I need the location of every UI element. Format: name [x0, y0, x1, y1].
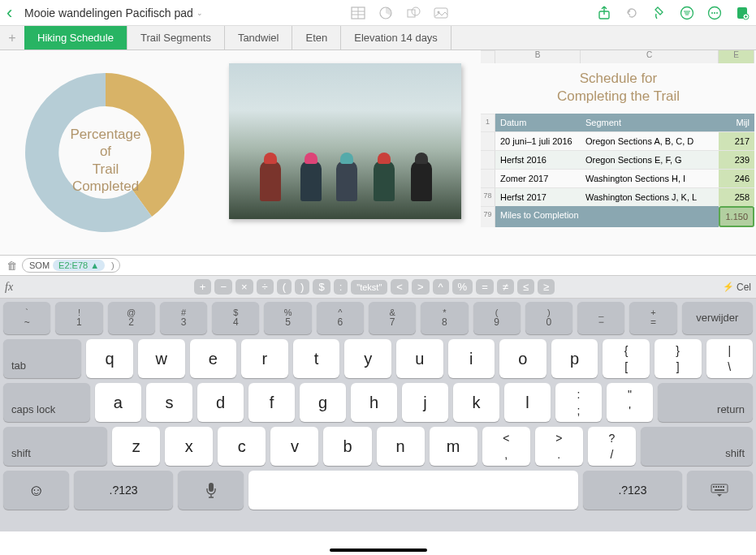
- key-,[interactable]: <,: [482, 427, 530, 466]
- key-shift-left[interactable]: shift: [3, 427, 107, 466]
- key-k[interactable]: k: [453, 383, 499, 422]
- key-t[interactable]: t: [293, 339, 340, 378]
- op-colon[interactable]: :: [334, 279, 348, 295]
- key-x[interactable]: x: [165, 427, 213, 466]
- op-gt[interactable]: >: [412, 279, 430, 295]
- key-=[interactable]: +=: [629, 302, 676, 334]
- op-eq[interactable]: =: [476, 279, 494, 295]
- op-dollar[interactable]: $: [313, 279, 330, 295]
- key-f[interactable]: f: [248, 383, 295, 422]
- op-rparen[interactable]: ): [295, 279, 309, 295]
- landscape-photo[interactable]: [229, 63, 461, 219]
- key-numsym-left[interactable]: .?123: [74, 471, 173, 510]
- key-m[interactable]: m: [430, 427, 477, 466]
- key-8[interactable]: *8: [421, 302, 468, 334]
- key-numsym-right[interactable]: .?123: [583, 471, 682, 510]
- key-v[interactable]: v: [270, 427, 318, 466]
- key-9[interactable]: (9: [473, 302, 521, 334]
- fx-icon[interactable]: fx: [5, 281, 26, 294]
- key-6[interactable]: ^6: [317, 302, 364, 334]
- table-row[interactable]: Zomer 2017Washington Sections H, I246: [481, 169, 756, 187]
- op-caret[interactable]: ^: [433, 279, 449, 295]
- key-g[interactable]: g: [300, 383, 346, 422]
- key-h[interactable]: h: [351, 383, 397, 422]
- op-lparen[interactable]: (: [277, 279, 292, 295]
- key-a[interactable]: a: [95, 383, 141, 422]
- key-space[interactable]: [248, 471, 578, 510]
- key-i[interactable]: i: [448, 339, 495, 378]
- key-1[interactable]: !1: [55, 302, 102, 334]
- key-;[interactable]: :;: [555, 383, 602, 422]
- tab-eten[interactable]: Eten: [292, 26, 341, 49]
- key-'[interactable]: "': [607, 383, 653, 422]
- key-d[interactable]: d: [197, 383, 244, 422]
- table-footer-row[interactable]: 79 Miles to Completion 1.150: [481, 206, 756, 227]
- schedule-table[interactable]: B C E Schedule forCompleting the Trail 1…: [481, 50, 756, 227]
- op-percent[interactable]: %: [452, 279, 473, 295]
- chart-icon[interactable]: [378, 6, 393, 20]
- key-tab[interactable]: tab: [3, 339, 81, 378]
- new-sheet-icon[interactable]: [735, 6, 750, 20]
- table-icon[interactable]: [351, 6, 365, 20]
- key-e[interactable]: e: [190, 339, 237, 378]
- key-0[interactable]: )0: [525, 302, 572, 334]
- key-\[interactable]: |\: [706, 339, 754, 378]
- table-row[interactable]: 20 juni–1 juli 2016Oregon Sections A, B,…: [481, 131, 756, 150]
- key-dictate[interactable]: [178, 471, 244, 510]
- op-minus[interactable]: −: [214, 279, 232, 295]
- op-gte[interactable]: ≥: [538, 279, 555, 295]
- key-y[interactable]: y: [344, 339, 391, 378]
- op-lte[interactable]: ≤: [517, 279, 534, 295]
- op-text[interactable]: "tekst": [351, 280, 387, 295]
- key-shift-right[interactable]: shift: [641, 427, 753, 466]
- key-][interactable]: }]: [654, 339, 702, 378]
- key-return[interactable]: return: [658, 383, 753, 422]
- tab-trail-segments[interactable]: Trail Segments: [127, 26, 225, 49]
- formula-range-pill[interactable]: E2:E78▲: [53, 260, 105, 271]
- key-o[interactable]: o: [499, 339, 546, 378]
- op-multiply[interactable]: ×: [235, 279, 253, 295]
- tab-tandwiel[interactable]: Tandwiel: [225, 26, 293, 49]
- key-z[interactable]: z: [112, 427, 160, 466]
- key-p[interactable]: p: [551, 339, 598, 378]
- key-n[interactable]: n: [377, 427, 425, 466]
- shapes-icon[interactable]: [406, 6, 421, 20]
- op-lt[interactable]: <: [391, 279, 408, 295]
- key-u[interactable]: u: [396, 339, 443, 378]
- key-5[interactable]: %5: [264, 302, 311, 334]
- key-−[interactable]: _−: [577, 302, 624, 334]
- media-icon[interactable]: [434, 6, 448, 20]
- op-divide[interactable]: ÷: [257, 279, 274, 295]
- sheet-canvas[interactable]: PercentageofTrailCompleted B C E Schedul…: [0, 50, 756, 255]
- key-q[interactable]: q: [86, 339, 133, 378]
- key-[[interactable]: {[: [603, 339, 650, 378]
- formula-bar[interactable]: 🗑 SOM E2:E78▲ ): [0, 255, 756, 276]
- key-c[interactable]: c: [218, 427, 266, 466]
- formula-function-pill[interactable]: SOM E2:E78▲ ): [22, 258, 120, 273]
- key-7[interactable]: &7: [369, 302, 416, 334]
- back-button[interactable]: ‹: [6, 2, 24, 24]
- key-4[interactable]: $4: [212, 302, 259, 334]
- home-indicator[interactable]: [330, 549, 427, 552]
- key-~[interactable]: `~: [3, 302, 50, 334]
- key-hide-keyboard[interactable]: [687, 471, 753, 510]
- op-neq[interactable]: ≠: [497, 279, 514, 295]
- key-3[interactable]: #3: [160, 302, 207, 334]
- key-s[interactable]: s: [146, 383, 192, 422]
- key-w[interactable]: w: [138, 339, 185, 378]
- table-row[interactable]: 78Herfst 2017Washington Sections J, K, L…: [481, 187, 756, 206]
- format-brush-icon[interactable]: [652, 6, 667, 20]
- key-delete[interactable]: verwijder: [682, 302, 753, 334]
- key-r[interactable]: r: [241, 339, 288, 378]
- key-emoji[interactable]: ☺: [3, 471, 69, 510]
- tab-hiking-schedule[interactable]: Hiking Schedule: [24, 26, 127, 49]
- share-icon[interactable]: [597, 6, 611, 20]
- sort-filter-icon[interactable]: [680, 6, 694, 20]
- op-plus[interactable]: +: [194, 279, 212, 295]
- trash-icon[interactable]: 🗑: [6, 260, 17, 272]
- more-icon[interactable]: [707, 6, 722, 20]
- donut-chart[interactable]: PercentageofTrailCompleted: [0, 57, 211, 247]
- table-row[interactable]: Herfst 2016Oregon Sections E, F, G239: [481, 150, 756, 169]
- key-/[interactable]: ?/: [588, 427, 636, 466]
- key-b[interactable]: b: [323, 427, 371, 466]
